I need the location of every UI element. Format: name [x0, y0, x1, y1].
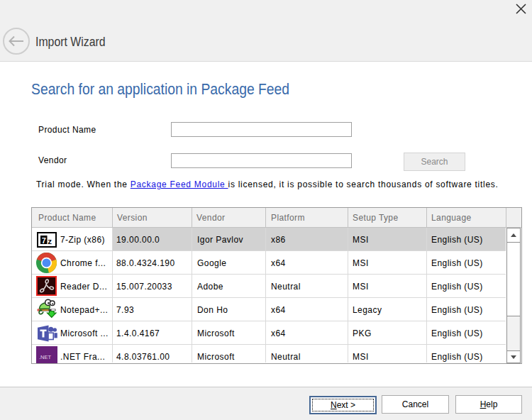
svg-text:.NET: .NET	[39, 354, 52, 360]
svg-text:z: z	[48, 237, 52, 245]
svg-text:7: 7	[42, 236, 46, 245]
